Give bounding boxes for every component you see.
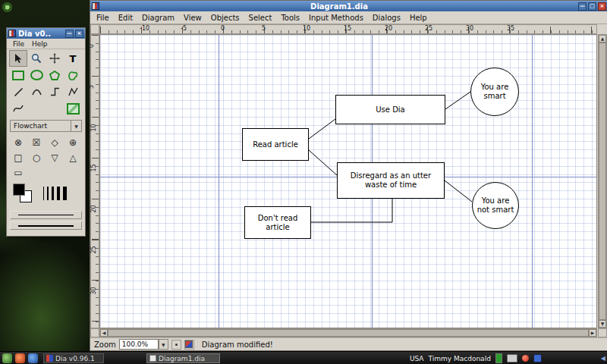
ellipse-tool[interactable] (27, 67, 46, 83)
menu-input-methods[interactable]: Input Methods (304, 13, 368, 23)
vertical-scrollbar[interactable]: ▲ ▼ (598, 34, 607, 328)
grid-dot-icon (175, 344, 178, 346)
line-sample-icon (18, 225, 74, 227)
scroll-tool[interactable] (46, 50, 64, 67)
toolbox-close-button[interactable]: × (75, 30, 83, 38)
bezierline-tool[interactable] (9, 100, 27, 117)
flowchart-circle-you-are-smart[interactable]: You are smart (470, 67, 519, 116)
tray-applet-icon[interactable] (533, 354, 542, 362)
connection-points-toggle[interactable] (184, 340, 194, 350)
line-width-selector[interactable] (43, 184, 80, 203)
scroll-down-button[interactable]: ▼ (599, 320, 606, 328)
arc-tool[interactable] (27, 83, 46, 100)
line-tool[interactable] (9, 83, 27, 100)
text-tool[interactable]: T (64, 50, 82, 67)
taskbar-window-toolbox[interactable]: Dia v0.96.1 (43, 353, 104, 363)
box-tool[interactable] (9, 67, 27, 83)
ruler-major-ticks (92, 35, 99, 328)
ellipse-icon (30, 70, 43, 80)
line-width-2[interactable] (47, 187, 49, 200)
sheet-selector[interactable]: Flowchart ▼ (10, 120, 82, 132)
keyboard-layout-indicator[interactable]: USA (410, 355, 424, 362)
menu-view[interactable]: View (179, 13, 206, 23)
shape-ellipse[interactable]: ○ (27, 150, 46, 165)
toolbox-menu-file[interactable]: File (9, 40, 28, 48)
color-selector[interactable] (13, 184, 34, 205)
flowchart-box-dont-read-article[interactable]: Don't read article (244, 206, 311, 239)
horizontal-scroll-thumb[interactable] (108, 329, 589, 337)
shape-sort[interactable]: ☒ (27, 135, 46, 150)
zigzagline-tool[interactable] (46, 83, 64, 100)
menu-tools[interactable]: Tools (276, 13, 304, 23)
flowchart-box-disregard[interactable]: Disregard as an utter waste of time (337, 162, 445, 199)
bezierline-icon (13, 104, 24, 113)
polyline-tool[interactable] (64, 83, 82, 100)
scroll-right-button[interactable]: ▶ (589, 329, 596, 337)
ruler-label: -5 (181, 25, 187, 32)
line-width-5[interactable] (63, 187, 67, 200)
flowchart-box-use-dia[interactable]: Use Dia (335, 95, 445, 124)
keyboard-icon[interactable] (507, 354, 517, 362)
shape-summing-junction[interactable]: ⊕ (64, 135, 82, 150)
dia-app-icon (8, 30, 16, 37)
taskbar-window-label: Dia v0.96.1 (55, 355, 95, 362)
minimize-button[interactable]: — (578, 2, 587, 11)
chevron-down-icon: ▼ (71, 121, 81, 131)
battery-icon[interactable] (495, 353, 502, 363)
zoom-label: Zoom (94, 340, 116, 349)
menu-objects[interactable]: Objects (206, 13, 244, 23)
shape-decision[interactable]: ◇ (46, 135, 64, 150)
toolbox-titlebar[interactable]: Dia v0.. — × (7, 28, 85, 39)
panel-hide-arrow[interactable]: ◀ (601, 355, 605, 362)
maximize-button[interactable]: □ (588, 2, 596, 11)
image-tool[interactable] (64, 100, 82, 117)
toolbox-minimize-button[interactable]: — (65, 30, 74, 38)
menu-help[interactable]: Help (405, 13, 432, 23)
magnify-tool[interactable] (27, 50, 46, 67)
snap-to-grid-toggle[interactable] (171, 340, 181, 350)
shape-extract[interactable]: △ (64, 150, 82, 165)
document-icon (149, 355, 156, 362)
applications-menu-icon[interactable] (2, 353, 12, 363)
shape-box[interactable]: □ (9, 150, 27, 165)
ruler-label: 15 (344, 25, 351, 32)
menu-select[interactable]: Select (244, 13, 277, 23)
scroll-left-button[interactable]: ◀ (100, 329, 108, 337)
dia-app-icon (46, 355, 53, 362)
close-button[interactable]: × (598, 2, 606, 11)
menu-edit[interactable]: Edit (114, 13, 137, 23)
select-tool[interactable] (9, 50, 27, 67)
vertical-scroll-thumb[interactable] (599, 42, 606, 320)
menu-dialogs[interactable]: Dialogs (368, 13, 405, 23)
shape-collate[interactable]: ⊗ (9, 135, 27, 150)
menu-diagram[interactable]: Diagram (137, 13, 179, 23)
line-style-selector[interactable] (10, 221, 82, 230)
origin-button[interactable] (90, 328, 99, 337)
shape-merge[interactable]: ▽ (46, 150, 64, 165)
zoom-input[interactable]: 100.0% (119, 339, 159, 350)
update-notifier-icon[interactable] (522, 355, 529, 362)
polygon-tool[interactable] (46, 67, 64, 83)
main-titlebar[interactable]: Diagram1.dia — □ × (90, 1, 607, 11)
toolbox-menu-help[interactable]: Help (28, 40, 52, 48)
beziergon-tool[interactable] (64, 67, 82, 83)
desktop-icon[interactable] (2, 2, 12, 12)
zoom-dropdown-button[interactable]: ▼ (159, 339, 168, 350)
line-width-1[interactable] (43, 187, 44, 200)
taskbar-window-diagram[interactable]: Diagram1.dia (146, 353, 220, 363)
line-width-4[interactable] (57, 187, 60, 200)
ruler-label: 20 (90, 205, 97, 212)
browser-launcher-icon[interactable] (15, 353, 25, 363)
scroll-up-button[interactable]: ▲ (599, 35, 606, 42)
shape-terminal[interactable]: ▭ (9, 165, 27, 180)
scrollbar-corner (598, 328, 607, 337)
arrow-style-selector[interactable] (10, 211, 82, 219)
flowchart-box-read-article[interactable]: Read article (242, 128, 309, 161)
diagram-canvas[interactable]: Use Dia Read article Disregard as an utt… (99, 34, 597, 328)
foreground-color-swatch[interactable] (13, 184, 25, 196)
menu-file[interactable]: File (92, 13, 114, 23)
horizontal-scrollbar[interactable]: ◀ ▶ (99, 328, 597, 337)
flowchart-circle-you-are-not-smart[interactable]: You are not smart (472, 182, 519, 229)
files-launcher-icon[interactable] (28, 353, 38, 363)
line-width-3[interactable] (52, 187, 54, 200)
